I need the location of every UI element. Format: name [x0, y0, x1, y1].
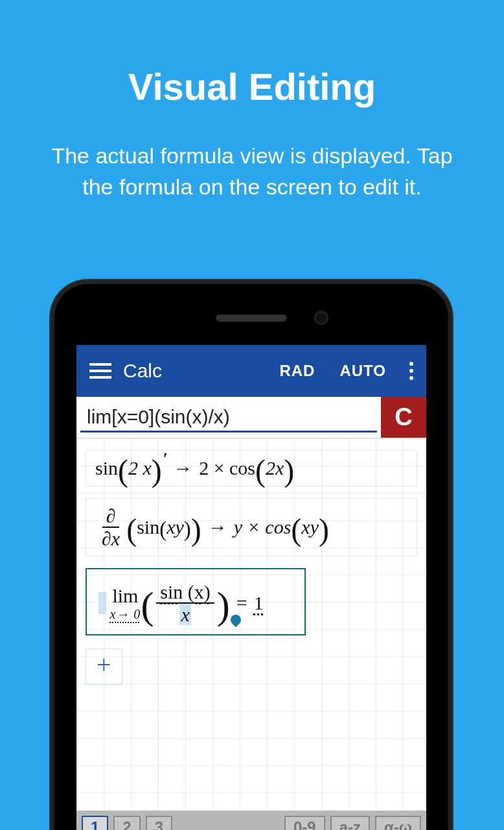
lim-sub: x→ 0	[110, 607, 141, 622]
f1-sin: sin	[95, 457, 118, 479]
phone-speaker	[216, 314, 287, 322]
angle-mode-button[interactable]: RAD	[273, 362, 321, 380]
tab-page-1[interactable]: 1	[82, 816, 108, 830]
promo-title: Visual Editing	[0, 0, 504, 108]
tab-numeric[interactable]: 0-9	[284, 816, 325, 830]
equals: =	[236, 592, 247, 614]
tab-alpha[interactable]: a-z	[330, 816, 370, 830]
tab-greek[interactable]: α-ω	[375, 816, 421, 830]
arrow-icon: →	[173, 457, 192, 479]
lim-label: lim	[112, 585, 138, 607]
app-bar: Calc RAD AUTO	[76, 345, 426, 397]
arrow-icon: →	[208, 516, 227, 538]
keyboard-tab-bar: 1 2 3 0-9 a-z α-ω	[76, 811, 426, 830]
formula-input[interactable]: lim[x=0](sin(x)/x)	[80, 399, 377, 433]
f2-rhs: y × cos	[234, 516, 292, 538]
tab-page-3[interactable]: 3	[146, 816, 172, 830]
lim-result: 1	[254, 592, 264, 614]
formula-row-3-selected[interactable]: lim x→ 0 ( sin (x) x ) = 1	[86, 568, 306, 635]
app-title: Calc	[123, 360, 162, 382]
app-screen: Calc RAD AUTO lim[x=0](sin(x)/x) C sin (…	[76, 345, 426, 830]
menu-icon[interactable]	[89, 363, 111, 379]
f1-rhs: 2 × cos	[199, 457, 255, 479]
f2-sin: sin	[137, 516, 159, 538]
partial-top: ∂	[102, 505, 120, 528]
add-formula-button[interactable]: +	[86, 648, 122, 685]
phone-camera	[316, 313, 326, 323]
clear-button[interactable]: C	[381, 397, 426, 438]
cursor-handle-icon[interactable]	[229, 613, 244, 628]
phone-frame: Calc RAD AUTO lim[x=0](sin(x)/x) C sin (…	[51, 280, 452, 830]
partial-bot: ∂x	[98, 528, 124, 549]
input-row: lim[x=0](sin(x)/x) C	[76, 397, 426, 438]
overflow-menu-icon[interactable]	[404, 362, 418, 380]
f1-rhs-inner: 2x	[266, 457, 284, 479]
lim-den: x	[176, 604, 194, 625]
lim-num: sin (x)	[156, 581, 214, 604]
auto-mode-button[interactable]: AUTO	[333, 362, 393, 380]
f2-rhs-inner: xy	[301, 516, 319, 538]
formula-workspace[interactable]: sin ( 2 x )′ → 2 × cos ( 2x ) ∂ ∂x ( sin…	[76, 438, 426, 808]
tab-page-2[interactable]: 2	[113, 816, 140, 830]
formula-row-1[interactable]: sin ( 2 x )′ → 2 × cos ( 2x )	[86, 450, 417, 486]
formula-row-2[interactable]: ∂ ∂x ( sin ( xy ) ) → y × cos ( xy )	[86, 498, 417, 556]
f2-inner: xy	[166, 516, 184, 538]
f1-inner: 2 x	[128, 457, 152, 479]
promo-subtitle: The actual formula view is displayed. Ta…	[0, 108, 504, 202]
